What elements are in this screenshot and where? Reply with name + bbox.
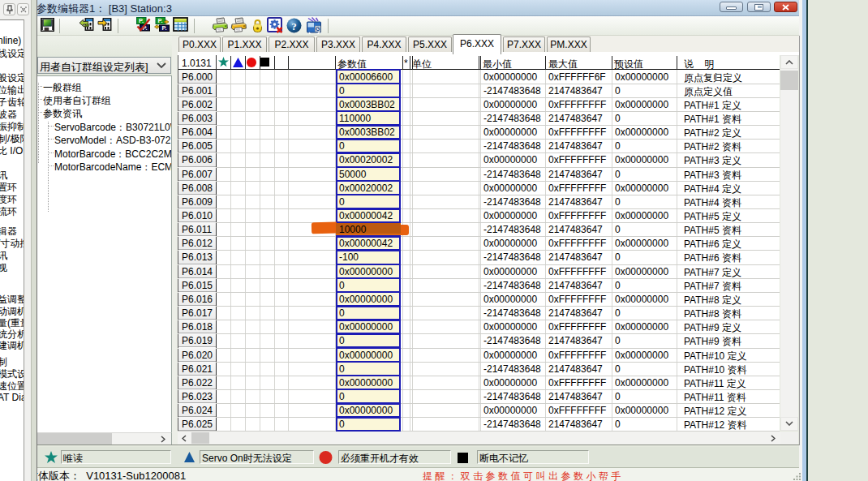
svg-text:P.: P. bbox=[157, 17, 162, 24]
svg-text:P.: P. bbox=[139, 17, 144, 24]
svg-text:G: G bbox=[316, 26, 320, 32]
svg-text:?: ? bbox=[291, 20, 297, 32]
svg-text:P.: P. bbox=[161, 24, 166, 32]
